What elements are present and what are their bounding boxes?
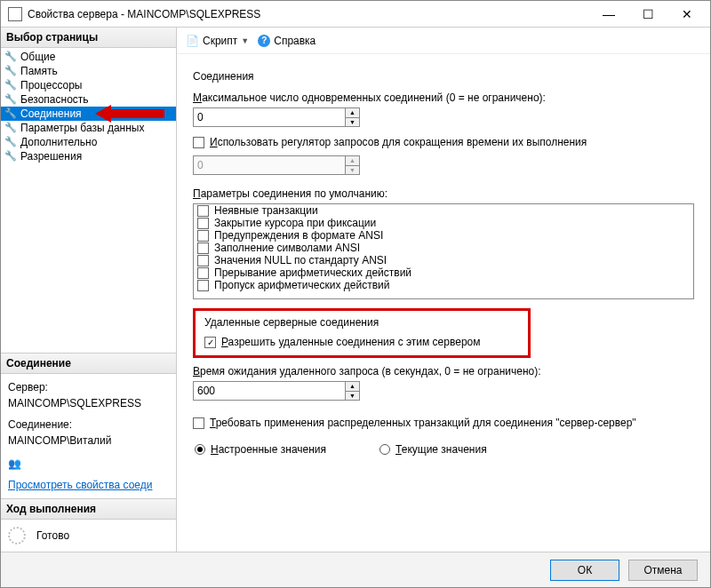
progress-header: Ход выполнения	[1, 499, 176, 520]
option-checkbox[interactable]	[197, 267, 209, 279]
server-label: Сервер:	[8, 379, 169, 395]
query-governor-input: ▲▼	[193, 155, 360, 175]
remote-timeout-input[interactable]: ▲▼	[193, 381, 360, 401]
allow-remote-label: Разрешить удаленные соединения с этим се…	[221, 336, 480, 348]
list-item[interactable]: Заполнение символами ANSI	[194, 242, 693, 254]
spin-down-icon[interactable]: ▼	[346, 392, 359, 401]
max-connections-label: Максимальное число одновременных соедине…	[193, 91, 694, 104]
list-item[interactable]: Значения NULL по стандарту ANSI	[194, 254, 693, 266]
maximize-button[interactable]: ☐	[628, 2, 667, 27]
dialog-footer: ОК Отмена	[1, 552, 710, 587]
max-connections-field[interactable]	[194, 108, 345, 126]
list-item[interactable]: Пропуск арифметических действий	[194, 279, 693, 291]
sidebar-item-general[interactable]: Общие	[1, 50, 176, 64]
connection-label: Соединение:	[8, 417, 169, 433]
progress-spinner-icon	[8, 527, 26, 544]
chevron-down-icon: ▼	[241, 36, 249, 45]
sidebar-item-advanced[interactable]: Дополнительно	[1, 135, 176, 149]
option-checkbox[interactable]	[197, 242, 209, 254]
spin-down-icon: ▼	[346, 166, 359, 175]
radio-on-icon	[195, 444, 205, 455]
query-governor-checkbox[interactable]	[193, 137, 204, 148]
option-checkbox[interactable]	[197, 255, 209, 266]
remote-connections-header: Удаленные серверные соединения	[204, 316, 519, 329]
remote-connections-highlight: Удаленные серверные соединения Разрешить…	[193, 308, 531, 358]
window-buttons: — ☐ ✕	[589, 2, 707, 27]
connection-value: MAINCOMP\Виталий	[8, 433, 169, 449]
highlight-arrow-icon	[95, 105, 164, 123]
list-item[interactable]: Прерывание арифметических действий	[194, 266, 693, 279]
configured-values-radio[interactable]: Настроенные значения	[195, 443, 326, 456]
page-nav-list: Общие Память Процессоры Безопасность Сое…	[1, 48, 176, 165]
option-checkbox[interactable]	[197, 230, 209, 242]
connections-section-title: Соединения	[193, 70, 694, 83]
spin-up-icon[interactable]: ▲	[346, 108, 359, 118]
option-checkbox[interactable]	[197, 218, 209, 229]
titlebar: Свойства сервера - MAINCOMP\SQLEXPRESS —…	[1, 1, 710, 28]
spin-up-icon[interactable]: ▲	[346, 382, 359, 392]
sidebar-item-processors[interactable]: Процессоры	[1, 78, 176, 92]
running-values-radio[interactable]: Текущие значения	[379, 443, 487, 456]
sidebar-item-memory[interactable]: Память	[1, 64, 176, 78]
help-button[interactable]: ? Справка	[258, 35, 316, 47]
server-value: MAINCOMP\SQLEXPRESS	[8, 395, 169, 411]
script-icon: 📄	[186, 35, 199, 47]
connection-options-listbox[interactable]: Неявные транзакции Закрытие курсора при …	[193, 203, 694, 299]
remote-timeout-label: Время ожидания удаленного запроса (в сек…	[193, 365, 694, 377]
option-checkbox[interactable]	[197, 205, 209, 217]
sidebar-item-connections[interactable]: Соединения	[1, 107, 176, 121]
app-icon	[8, 7, 22, 21]
close-button[interactable]: ✕	[667, 2, 707, 27]
connection-info: Сервер: MAINCOMP\SQLEXPRESS Соединение: …	[1, 374, 176, 498]
sidebar-item-database-settings[interactable]: Параметры базы данных	[1, 121, 176, 135]
require-dtc-label: Требовать применения распределенных тран…	[210, 417, 636, 429]
option-checkbox[interactable]	[197, 280, 209, 291]
spin-down-icon[interactable]: ▼	[346, 118, 359, 127]
connection-header: Соединение	[1, 354, 176, 374]
people-icon: 👥	[8, 456, 21, 472]
progress-status: Готово	[36, 529, 69, 542]
view-connection-properties-link[interactable]: Просмотреть свойства соеди	[8, 477, 152, 493]
sidebar-item-security[interactable]: Безопасность	[1, 92, 176, 107]
list-item[interactable]: Неявные транзакции	[194, 204, 693, 217]
default-options-label: Параметры соединения по умолчанию:	[193, 187, 694, 200]
sidebar: Выбор страницы Общие Память Процессоры Б…	[1, 28, 177, 552]
spin-up-icon: ▲	[346, 156, 359, 166]
script-button[interactable]: 📄 Скрипт ▼	[186, 35, 249, 47]
help-icon: ?	[258, 35, 270, 47]
page-selector-header: Выбор страницы	[1, 28, 176, 48]
query-governor-field	[194, 156, 345, 174]
ok-button[interactable]: ОК	[550, 560, 619, 581]
require-dtc-checkbox[interactable]	[193, 417, 204, 429]
toolbar: 📄 Скрипт ▼ ? Справка	[177, 28, 710, 54]
window-title: Свойства сервера - MAINCOMP\SQLEXPRESS	[28, 8, 589, 20]
allow-remote-checkbox[interactable]	[204, 337, 216, 348]
main-panel: 📄 Скрипт ▼ ? Справка Соединения Максимал…	[177, 28, 710, 552]
radio-off-icon	[379, 444, 390, 455]
cancel-button[interactable]: Отмена	[628, 560, 698, 581]
svg-marker-0	[95, 105, 164, 123]
query-governor-label: Использовать регулятор запросов для сокр…	[210, 136, 587, 148]
list-item[interactable]: Предупреждения в формате ANSI	[194, 229, 693, 242]
list-item[interactable]: Закрытие курсора при фиксации	[194, 217, 693, 229]
max-connections-input[interactable]: ▲▼	[193, 107, 360, 127]
minimize-button[interactable]: —	[589, 2, 628, 27]
remote-timeout-field[interactable]	[194, 382, 345, 400]
sidebar-item-permissions[interactable]: Разрешения	[1, 149, 176, 163]
